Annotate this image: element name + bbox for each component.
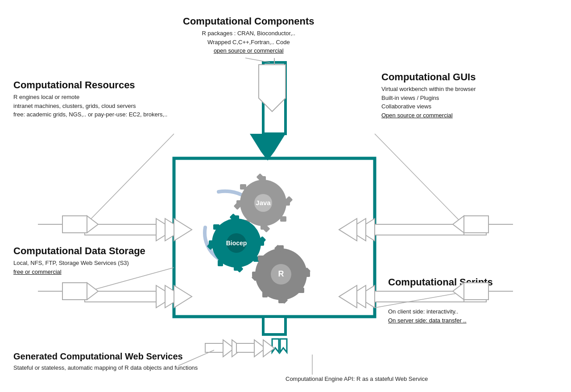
svg-line-25 — [85, 134, 174, 225]
svg-line-27 — [375, 134, 464, 225]
svg-line-91 — [245, 58, 270, 62]
svg-rect-85 — [464, 283, 488, 300]
svg-rect-71 — [298, 288, 304, 293]
svg-rect-43 — [280, 216, 286, 222]
diagram-container: Java Biocep — [0, 0, 571, 392]
svg-text:Biocep: Biocep — [226, 239, 247, 247]
svg-text:R: R — [278, 269, 284, 278]
svg-rect-83 — [464, 216, 488, 233]
svg-marker-5 — [280, 339, 287, 352]
svg-marker-4 — [272, 339, 279, 352]
svg-marker-2 — [250, 134, 286, 161]
svg-rect-3 — [263, 317, 286, 334]
svg-rect-19 — [375, 291, 464, 302]
svg-rect-75 — [258, 256, 265, 261]
svg-line-35 — [178, 350, 214, 366]
svg-rect-81 — [62, 283, 87, 300]
svg-rect-14 — [375, 224, 464, 235]
svg-rect-73 — [262, 291, 268, 297]
svg-rect-59 — [218, 260, 223, 266]
svg-rect-79 — [62, 216, 87, 233]
svg-rect-47 — [240, 184, 246, 190]
diagram-svg: Java Biocep — [0, 0, 571, 392]
svg-rect-61 — [213, 224, 219, 230]
svg-text:Java: Java — [256, 199, 271, 206]
